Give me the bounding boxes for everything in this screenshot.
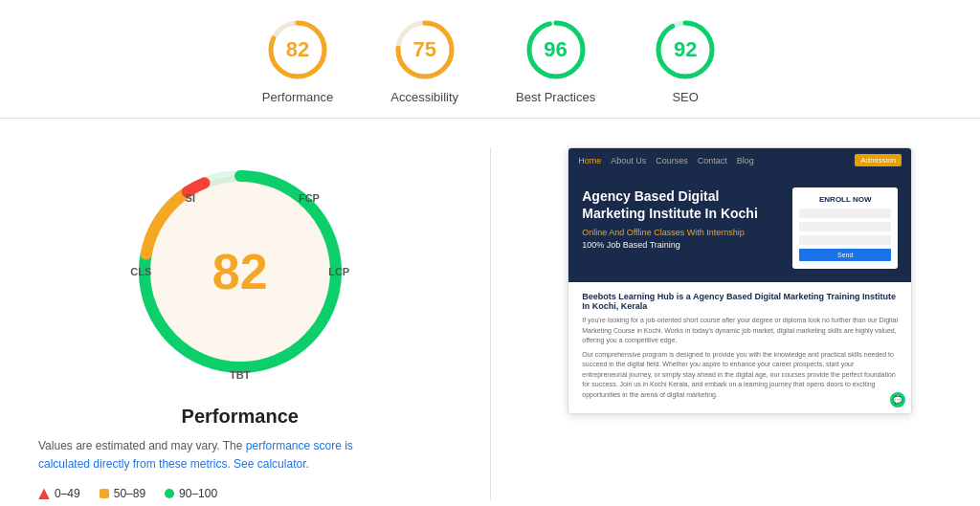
- preview-body: Beebots Learning Hub is a Agency Based D…: [568, 282, 911, 413]
- score-label-seo: SEO: [672, 90, 698, 104]
- legend-item-orange: 50–89: [100, 487, 145, 500]
- score-item-performance: 82 Performance: [262, 17, 333, 104]
- perf-title: Performance: [38, 406, 442, 428]
- nav-admission-btn: Admission: [855, 154, 902, 166]
- form-field-1: [799, 209, 891, 218]
- score-circle-accessibility: 75: [392, 17, 457, 82]
- hero-subtitle: Online And Offline Classes With Internsh…: [582, 228, 783, 237]
- score-value-best-practices: 96: [544, 37, 567, 62]
- score-circle-performance: 82: [265, 17, 330, 82]
- score-label-accessibility: Accessibility: [390, 90, 458, 104]
- nav-links: Home About Us Courses Contact Blog: [578, 156, 754, 165]
- score-circle-seo: 92: [653, 17, 718, 82]
- hero-sub2: 100% Job Based Training: [582, 240, 783, 250]
- form-field-2: [799, 222, 891, 231]
- preview-nav: Home About Us Courses Contact Blog Admis…: [568, 148, 911, 172]
- label-tbt: TBT: [230, 369, 250, 381]
- label-fcp: FCP: [299, 192, 320, 204]
- form-submit-btn: Send: [799, 249, 891, 261]
- perf-link-see[interactable]: See calculator.: [234, 457, 309, 471]
- label-cls: CLS: [130, 266, 151, 277]
- form-title: ENROLL NOW: [799, 195, 891, 204]
- left-panel: 82 SI FCP LCP TBT CLS Performance Values…: [38, 147, 442, 500]
- form-field-3: [799, 235, 891, 245]
- website-preview: Home About Us Courses Contact Blog Admis…: [568, 147, 912, 414]
- score-label-performance: Performance: [262, 90, 333, 104]
- hero-text: Agency Based Digital Marketing Institute…: [582, 187, 783, 250]
- perf-note-text: Values are estimated and may vary. The: [38, 439, 246, 452]
- legend: 0–49 50–89 90–100: [38, 487, 442, 500]
- preview-body-wrap: Beebots Learning Hub is a Agency Based D…: [568, 282, 911, 413]
- score-label-best-practices: Best Practices: [516, 90, 595, 104]
- nav-link-courses: Courses: [656, 156, 688, 165]
- metric-labels: SI FCP LCP TBT CLS: [116, 147, 365, 396]
- legend-range-orange: 50–89: [114, 487, 145, 500]
- hero-form: ENROLL NOW Send: [792, 187, 898, 269]
- right-panel: Home About Us Courses Contact Blog Admis…: [539, 147, 943, 500]
- nav-link-home: Home: [578, 156, 601, 165]
- score-value-performance: 82: [286, 37, 309, 62]
- scores-bar: 82 Performance 75 Accessibility 96 Best …: [0, 0, 980, 119]
- legend-dot-red: [38, 488, 50, 499]
- score-item-accessibility: 75 Accessibility: [390, 17, 458, 104]
- nav-link-blog: Blog: [737, 156, 754, 165]
- score-value-seo: 92: [674, 37, 697, 62]
- body-text-2: Our comprehensive program is designed to…: [582, 350, 898, 401]
- label-lcp: LCP: [328, 266, 349, 277]
- score-value-accessibility: 75: [412, 37, 435, 62]
- score-item-seo: 92 SEO: [653, 17, 718, 104]
- legend-range-green: 90–100: [179, 487, 217, 500]
- radial-gauge: 82 SI FCP LCP TBT CLS: [116, 147, 365, 396]
- legend-range-red: 0–49: [55, 487, 80, 500]
- panel-divider: [490, 147, 491, 500]
- nav-link-about: About Us: [611, 156, 646, 165]
- perf-note: Values are estimated and may vary. The p…: [38, 437, 402, 473]
- legend-item-green: 90–100: [165, 487, 217, 500]
- hero-title: Agency Based Digital Marketing Institute…: [582, 187, 783, 222]
- nav-link-contact: Contact: [698, 156, 727, 165]
- label-si: SI: [186, 192, 195, 204]
- legend-dot-orange: [100, 489, 109, 498]
- body-text-1: If you're looking for a job-oriented sho…: [582, 316, 898, 346]
- legend-dot-green: [165, 489, 174, 498]
- legend-item-red: 0–49: [38, 487, 80, 500]
- score-circle-best-practices: 96: [523, 17, 589, 82]
- body-heading: Beebots Learning Hub is a Agency Based D…: [582, 292, 898, 311]
- main-content: 82 SI FCP LCP TBT CLS Performance Values…: [0, 119, 980, 506]
- preview-hero: Agency Based Digital Marketing Institute…: [568, 172, 911, 282]
- score-item-best-practices: 96 Best Practices: [516, 17, 595, 104]
